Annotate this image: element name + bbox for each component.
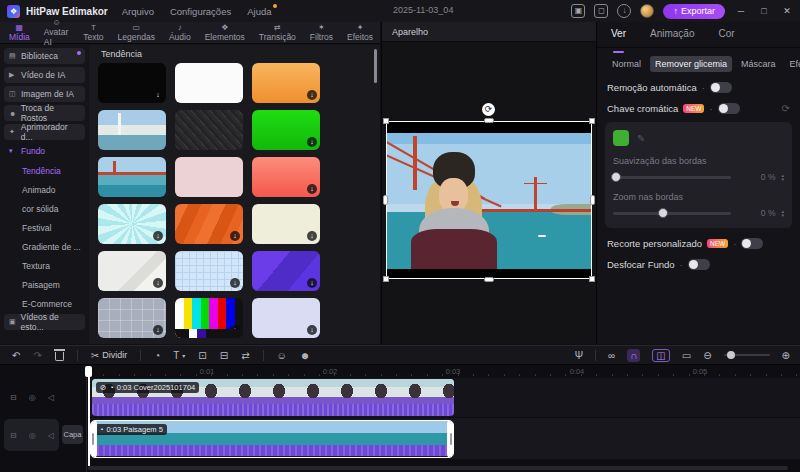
feedback-icon[interactable]: ◻ (594, 4, 608, 18)
freeze-frame-button[interactable]: ⊟ (220, 350, 228, 361)
menu-item[interactable]: Ajuda (247, 6, 271, 17)
custom-crop-toggle[interactable] (741, 238, 763, 249)
media-scrollbar[interactable] (374, 49, 377, 83)
download-badge-icon[interactable]: ↓ (307, 231, 317, 241)
resize-handle-e[interactable] (590, 195, 595, 205)
layout-panel-icon[interactable]: ▣ (571, 4, 585, 18)
undo-button[interactable]: ↶ (12, 350, 20, 361)
redo-button[interactable]: ↷ (33, 350, 41, 361)
sidebar-subitem[interactable]: Paisagem (4, 276, 85, 295)
sticker-button[interactable]: ☺ (277, 350, 287, 361)
menu-item[interactable]: Arquivo (122, 6, 154, 17)
hide-track-icon[interactable]: ◎ (29, 431, 36, 440)
nav-tab[interactable]: ▦ Mídia (2, 22, 37, 44)
download-badge-icon[interactable]: ↓ (307, 278, 317, 288)
media-thumbnail[interactable]: ↓ (98, 204, 166, 244)
sidebar-item[interactable]: ◫ Imagem de IA (4, 86, 85, 102)
playhead[interactable] (85, 366, 92, 466)
media-thumbnail[interactable]: ↓ (252, 204, 320, 244)
resize-handle-w[interactable] (383, 195, 388, 205)
chroma-color-swatch[interactable] (613, 130, 629, 146)
timeline-clip-cover[interactable]: ⊘ ◔ 0:03 Cover2025101704 (92, 379, 454, 416)
zoom-out-button[interactable]: ⊖ (703, 350, 711, 361)
reset-icon[interactable]: ⟳ (782, 103, 790, 114)
resize-handle-nw[interactable] (383, 118, 389, 124)
media-thumbnail[interactable]: ↓ (175, 251, 243, 291)
ripple-edit-button[interactable]: ◫ (652, 349, 669, 362)
nav-tab[interactable]: ⇄ Transição (252, 22, 303, 44)
magnet-snap-button[interactable]: ∩ (627, 349, 640, 362)
face-effect-button[interactable]: ☻ (300, 350, 311, 361)
nav-tab[interactable]: ✶ Filtros (303, 22, 340, 44)
auto-removal-toggle[interactable] (710, 82, 732, 93)
sidebar-subitem[interactable]: Tendência (4, 162, 85, 181)
media-thumbnail[interactable]: ↓ (98, 298, 166, 338)
download-badge-icon[interactable]: ↓ (307, 90, 317, 100)
close-button[interactable]: ✕ (780, 6, 794, 16)
export-button[interactable]: ↑Exportar (663, 4, 725, 19)
timeline-clip-landscape[interactable]: ◔ 0:03 Paisagem 5 (90, 420, 454, 458)
inspector-subtab[interactable]: Remover glicemia (650, 56, 732, 72)
inspector-subtab[interactable]: Efeitos (785, 56, 800, 72)
chroma-key-toggle[interactable] (718, 103, 740, 114)
sidebar-item[interactable]: ▶ Vídeo de IA (4, 67, 85, 83)
nav-tab[interactable]: ▭ Legendas (111, 22, 162, 44)
nav-tab[interactable]: ✦ Efeitos (340, 22, 380, 44)
lock-track-icon[interactable]: ⊟ (10, 431, 17, 440)
edge-smoothing-stepper[interactable]: ▴▾ (781, 173, 784, 181)
sidebar-item[interactable]: ☻ Troca de Rostos (4, 105, 85, 121)
nav-tab[interactable]: ☺ Avatar AI (37, 22, 76, 44)
resize-handle-s[interactable] (484, 277, 494, 282)
mirror-button[interactable]: ⇄ (241, 350, 249, 361)
edge-smoothing-slider[interactable] (613, 176, 731, 179)
media-thumbnail[interactable] (98, 157, 166, 197)
sidebar-subitem[interactable]: cor sólida (4, 200, 85, 219)
rotate-handle-icon[interactable]: ⟳ (482, 103, 495, 116)
inspector-subtab[interactable]: Normal (607, 56, 646, 72)
media-thumbnail[interactable]: ↓ (252, 110, 320, 150)
minimize-button[interactable]: ─ (734, 6, 748, 16)
avatar[interactable] (640, 4, 654, 18)
download-badge-icon[interactable]: ↓ (307, 325, 317, 335)
download-badge-icon[interactable]: ↓ (153, 231, 163, 241)
nav-tab[interactable]: T Texto (76, 22, 110, 44)
preview-video[interactable] (386, 121, 592, 279)
eyedropper-icon[interactable]: ✎ (637, 133, 645, 144)
blur-background-toggle[interactable] (688, 259, 710, 270)
sidebar-item[interactable]: ✦ Aprimorador d... (4, 124, 85, 140)
mute-track-icon[interactable]: ◁ (48, 431, 54, 440)
maximize-button[interactable]: □ (757, 6, 771, 16)
text-tool-button[interactable]: T▾ (173, 350, 185, 361)
timeline-zoom-slider[interactable] (724, 354, 770, 356)
sidebar-item[interactable]: ▤ Biblioteca (4, 48, 85, 64)
resize-handle-n[interactable] (484, 118, 494, 123)
download-badge-icon[interactable]: ↓ (230, 278, 240, 288)
zoom-slider-handle[interactable] (727, 351, 735, 359)
download-badge-icon[interactable]: ↓ (153, 278, 163, 288)
zoom-in-button[interactable]: ⊕ (782, 350, 790, 361)
media-thumbnail[interactable] (175, 110, 243, 150)
cover-button[interactable]: Capa (62, 425, 83, 444)
download-badge-icon[interactable]: ↓ (153, 325, 163, 335)
hide-track-icon[interactable]: ◎ (29, 393, 36, 402)
trim-handle-right[interactable] (447, 420, 454, 458)
media-thumbnail[interactable]: ↓ (175, 204, 243, 244)
nav-tab[interactable]: ❖ Elementos (198, 22, 252, 44)
resize-handle-se[interactable] (589, 276, 595, 282)
download-badge-icon[interactable]: ↓ (153, 90, 163, 100)
link-clips-button[interactable]: ∞ (608, 350, 615, 361)
speed-button[interactable]: ◔ (154, 350, 160, 361)
media-thumbnail[interactable]: ↓ (175, 298, 243, 338)
download-icon[interactable]: ↓ (617, 4, 631, 18)
lock-track-icon[interactable]: ⊟ (10, 393, 17, 402)
download-badge-icon[interactable]: ↓ (230, 231, 240, 241)
download-badge-icon[interactable]: ↓ (230, 325, 240, 335)
media-thumbnail[interactable]: ↓ (98, 63, 166, 103)
media-thumbnail[interactable] (98, 110, 166, 150)
nav-tab[interactable]: ♪ Áudio (162, 22, 198, 44)
media-thumbnail[interactable] (175, 63, 243, 103)
sidebar-subitem[interactable]: Textura (4, 257, 85, 276)
media-thumbnail[interactable] (175, 157, 243, 197)
inspector-subtab[interactable]: Máscara (736, 56, 781, 72)
inspector-tab[interactable]: Animação (650, 28, 694, 47)
